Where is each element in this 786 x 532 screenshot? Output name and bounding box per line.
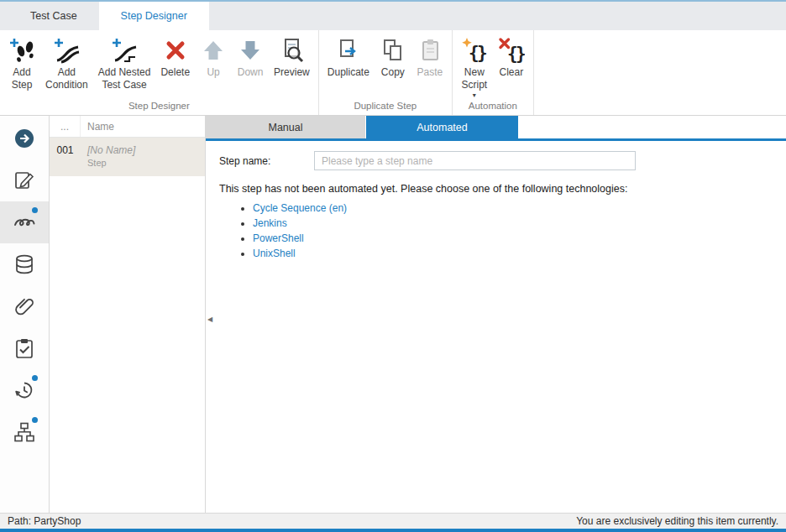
new-script-button[interactable]: { } New Script ▾ [456,30,493,99]
ribbon-group-step-designer: Add Step Add Condition [0,30,319,115]
step-name-text: [No Name] [87,144,135,156]
sidebar-item-steps[interactable] [0,201,49,243]
chevron-down-icon: ▾ [473,92,476,99]
down-label: Down [238,66,264,79]
notification-badge [32,375,38,381]
sidebar-item-checklist[interactable] [0,327,49,369]
collapse-panel-arrow[interactable]: ◀ [207,316,212,323]
delete-button[interactable]: Delete [155,30,195,79]
ribbon-group-automation: { } New Script ▾ { } [453,30,534,115]
step-type-text: Step [87,158,135,168]
new-script-label: New Script [461,66,487,91]
sidebar-item-edit[interactable] [0,159,49,201]
add-step-button[interactable]: Add Step [3,30,40,91]
delete-label: Delete [160,66,190,79]
technology-list: Cycle Sequence (en) Jenkins PowerShell U… [206,202,786,259]
add-nested-test-case-button[interactable]: Add Nested Test Case [93,30,156,91]
clear-script-label: Clear [499,66,523,79]
technology-list-item: Cycle Sequence (en) [253,202,786,214]
svg-text:}: } [477,43,488,63]
step-editor-panel: Manual Automated Step name: This step ha… [206,116,786,513]
tab-manual-label: Manual [269,122,303,133]
editor-tab-strip: Manual Automated [206,116,786,138]
add-nested-test-case-label: Add Nested Test Case [98,66,151,91]
add-condition-icon [53,36,80,65]
tab-step-designer-label: Step Designer [121,10,187,22]
technology-list-item: PowerShell [253,232,786,244]
step-name-input[interactable] [314,151,636,170]
window-tab-strip: Test Case Step Designer [0,2,786,30]
step-list-row[interactable]: 001 [No Name] Step [50,138,205,176]
hierarchy-icon [13,421,35,443]
ribbon-toolbar: Add Step Add Condition [0,30,786,116]
duplicate-button[interactable]: Duplicate [322,30,375,79]
left-icon-sidebar [0,116,50,513]
tab-test-case[interactable]: Test Case [8,2,99,30]
status-bar: Path: PartyShop You are exclusively edit… [0,513,786,529]
tab-automated[interactable]: Automated [366,116,518,138]
technology-link-unixshell[interactable]: UnixShell [253,248,296,259]
sidebar-item-hierarchy[interactable] [0,411,49,453]
step-number: 001 [50,138,81,176]
step-list-header: ... Name [50,116,205,138]
app-window: Test Case Step Designer [0,0,786,532]
clear-script-button[interactable]: { } Clear [493,30,530,79]
technology-link-jenkins[interactable]: Jenkins [253,217,287,229]
sidebar-item-history[interactable] [0,369,49,411]
add-step-icon [8,36,35,65]
add-condition-label: Add Condition [45,66,88,91]
paste-button: Paste [411,30,448,79]
duplicate-icon [335,36,362,65]
sidebar-item-navigate[interactable] [0,117,49,159]
technology-link-cycle-sequence[interactable]: Cycle Sequence (en) [253,202,347,214]
technology-list-item: Jenkins [253,217,786,229]
ribbon-group-label-automation: Automation [456,99,530,115]
preview-button[interactable]: Preview [269,30,315,79]
tab-step-designer[interactable]: Step Designer [99,2,209,30]
clipboard-check-icon [13,337,35,359]
up-button: Up [195,30,232,79]
status-editing-notice: You are exclusively editing this item cu… [576,515,778,527]
column-header-index: ... [50,116,81,137]
step-list-panel: ... Name 001 [No Name] Step [50,116,206,513]
edit-icon [13,170,35,191]
tab-test-case-label: Test Case [30,10,77,22]
notification-badge [32,207,38,213]
ribbon-group-duplicate-step: Duplicate Copy [319,30,453,115]
ribbon-group-label-duplicate-step: Duplicate Step [322,99,448,115]
new-script-icon: { } [461,36,488,65]
down-arrow-icon [237,36,264,65]
sidebar-item-data[interactable] [0,243,49,285]
automation-message: This step has not been automated yet. Pl… [219,183,773,195]
copy-label: Copy [381,66,405,79]
copy-icon [380,36,406,65]
down-button: Down [232,30,269,79]
paperclip-icon [13,295,35,317]
add-nested-test-case-icon [111,36,138,65]
column-header-name: Name [81,121,114,133]
sidebar-item-attachments[interactable] [0,285,49,327]
tab-automated-label: Automated [417,122,467,133]
bottom-accent-bar [0,529,786,532]
preview-icon [278,36,305,65]
active-tab-underline [206,138,786,141]
add-condition-button[interactable]: Add Condition [40,30,93,91]
up-label: Up [207,66,219,79]
history-icon [13,379,35,401]
step-name-label: Step name: [219,155,314,167]
tab-manual[interactable]: Manual [206,116,365,138]
technology-link-powershell[interactable]: PowerShell [253,232,304,244]
up-arrow-icon [200,36,227,65]
clear-script-icon: { } [498,36,525,65]
paste-icon [417,36,443,65]
copy-button[interactable]: Copy [375,30,411,79]
ribbon-group-label-step-designer: Step Designer [3,99,315,115]
database-icon [13,253,35,275]
technology-list-item: UnixShell [253,248,786,259]
paste-label: Paste [417,66,443,79]
preview-label: Preview [274,66,310,79]
delete-icon [162,36,189,65]
svg-text:}: } [516,44,525,64]
duplicate-label: Duplicate [328,66,369,79]
status-path: Path: PartyShop [8,515,81,527]
